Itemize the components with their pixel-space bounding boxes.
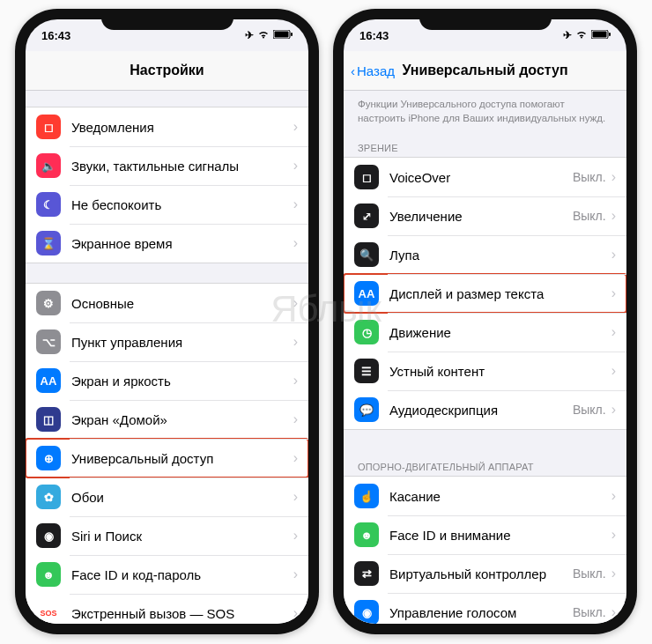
row-detail: Выкл. bbox=[573, 605, 606, 619]
row-label: Управление голосом bbox=[389, 605, 573, 620]
row-voiceover[interactable]: ◻︎VoiceOverВыкл.› bbox=[344, 158, 626, 196]
voiceover-icon: ◻︎ bbox=[354, 165, 379, 189]
chevron-right-icon: › bbox=[293, 295, 298, 311]
row-switch-control[interactable]: ⇄Виртуальный контроллерВыкл.› bbox=[344, 554, 626, 593]
intro-text: Функции Универсального доступа помогают … bbox=[344, 91, 626, 130]
row-detail: Выкл. bbox=[573, 403, 606, 417]
row-label: Уведомления bbox=[71, 120, 293, 135]
chevron-right-icon: › bbox=[293, 566, 298, 582]
phone-left: 16:43 ✈︎ Настройки ◻︎Уведомления›🔈Звуки,… bbox=[15, 9, 319, 634]
row-label: Движение bbox=[389, 325, 611, 340]
row-label: Виртуальный контроллер bbox=[389, 566, 573, 581]
settings-group: ◻︎VoiceOverВыкл.›⤢УвеличениеВыкл.›🔍Лупа›… bbox=[344, 157, 626, 430]
row-label: Не беспокоить bbox=[71, 197, 293, 212]
row-magnifier[interactable]: 🔍Лупа› bbox=[344, 235, 626, 274]
row-spoken[interactable]: ☰Устный контент› bbox=[344, 352, 626, 390]
row-motion[interactable]: ◷Движение› bbox=[344, 313, 626, 352]
row-label: Основные bbox=[71, 296, 293, 311]
row-label: Касание bbox=[389, 489, 611, 504]
screen-right: 16:43 ✈︎ ‹ Назад Универсальный доступ Фу… bbox=[344, 19, 626, 624]
chevron-right-icon: › bbox=[611, 169, 616, 185]
notch bbox=[101, 9, 233, 30]
row-siri[interactable]: ◉Siri и Поиск› bbox=[26, 516, 308, 555]
status-time: 16:43 bbox=[41, 29, 70, 42]
faceid-icon: ☻ bbox=[36, 562, 61, 587]
row-general[interactable]: ⚙Основные› bbox=[26, 284, 308, 322]
general-icon: ⚙ bbox=[36, 291, 61, 315]
row-notifications[interactable]: ◻︎Уведомления› bbox=[26, 107, 308, 146]
screen-left: 16:43 ✈︎ Настройки ◻︎Уведомления›🔈Звуки,… bbox=[26, 19, 308, 624]
section-header: ЗРЕНИЕ bbox=[344, 130, 626, 157]
row-dnd[interactable]: ☾Не беспокоить› bbox=[26, 185, 308, 224]
row-label: Экстренный вызов — SOS bbox=[71, 606, 293, 621]
siri-icon: ◉ bbox=[36, 523, 61, 548]
row-voice-control[interactable]: ◉Управление голосомВыкл.› bbox=[344, 593, 626, 624]
accessibility-icon: ⊕ bbox=[36, 446, 61, 470]
row-accessibility[interactable]: ⊕Универсальный доступ› bbox=[26, 439, 308, 477]
row-label: Устный контент bbox=[389, 364, 611, 379]
airplane-icon: ✈︎ bbox=[563, 29, 572, 41]
settings-group: ☝Касание›☻Face ID и внимание›⇄Виртуальны… bbox=[344, 476, 626, 624]
settings-group: ⚙Основные›⌥Пункт управления›AAЭкран и яр… bbox=[26, 283, 308, 624]
row-label: Обои bbox=[71, 490, 293, 505]
chevron-right-icon: › bbox=[611, 566, 616, 581]
svg-rect-2 bbox=[275, 32, 289, 38]
content-left[interactable]: ◻︎Уведомления›🔈Звуки, тактильные сигналы… bbox=[26, 91, 308, 624]
zoom-icon: ⤢ bbox=[354, 204, 379, 228]
battery-icon bbox=[591, 29, 611, 41]
row-label: Лупа bbox=[389, 248, 611, 263]
row-face-attention[interactable]: ☻Face ID и внимание› bbox=[344, 515, 626, 554]
screentime-icon: ⌛ bbox=[36, 231, 61, 255]
chevron-right-icon: › bbox=[293, 489, 298, 505]
row-faceid[interactable]: ☻Face ID и код-пароль› bbox=[26, 555, 308, 594]
row-label: Экран «Домой» bbox=[71, 412, 293, 427]
chevron-right-icon: › bbox=[611, 208, 616, 224]
chevron-right-icon: › bbox=[611, 363, 616, 379]
chevron-right-icon: › bbox=[611, 604, 616, 620]
battery-icon bbox=[273, 29, 293, 41]
chevron-right-icon: › bbox=[293, 119, 298, 135]
row-label: Дисплей и размер текста bbox=[389, 286, 611, 301]
row-display[interactable]: AAЭкран и яркость› bbox=[26, 361, 308, 400]
airplane-icon: ✈︎ bbox=[245, 29, 254, 41]
row-sos[interactable]: SOSЭкстренный вызов — SOS› bbox=[26, 594, 308, 624]
page-title: Настройки bbox=[26, 63, 308, 78]
row-detail: Выкл. bbox=[573, 170, 606, 184]
page-title: Универсальный доступ bbox=[344, 63, 626, 78]
row-zoom[interactable]: ⤢УвеличениеВыкл.› bbox=[344, 196, 626, 235]
row-label: Пункт управления bbox=[71, 335, 293, 350]
navbar-right: ‹ Назад Универсальный доступ bbox=[344, 51, 626, 91]
row-label: Face ID и внимание bbox=[389, 528, 611, 543]
row-detail: Выкл. bbox=[573, 209, 606, 223]
row-wallpaper[interactable]: ✿Обои› bbox=[26, 477, 308, 516]
content-right[interactable]: Функции Универсального доступа помогают … bbox=[344, 91, 626, 624]
svg-rect-4 bbox=[609, 33, 611, 36]
row-label: Экранное время bbox=[71, 236, 293, 251]
chevron-right-icon: › bbox=[611, 488, 616, 504]
row-display-text[interactable]: AAДисплей и размер текста› bbox=[344, 274, 626, 313]
notch bbox=[419, 9, 552, 30]
row-sounds[interactable]: 🔈Звуки, тактильные сигналы› bbox=[26, 146, 308, 185]
wifi-icon bbox=[257, 29, 270, 41]
row-audiodesc[interactable]: 💬АудиодескрипцияВыкл.› bbox=[344, 390, 626, 429]
row-label: Универсальный доступ bbox=[71, 451, 293, 466]
row-control-center[interactable]: ⌥Пункт управления› bbox=[26, 322, 308, 361]
status-time: 16:43 bbox=[359, 29, 389, 42]
display-icon: AA bbox=[36, 368, 61, 393]
status-icons: ✈︎ bbox=[245, 29, 293, 41]
navbar-left: Настройки bbox=[26, 51, 308, 91]
chevron-right-icon: › bbox=[611, 324, 616, 340]
chevron-right-icon: › bbox=[293, 196, 298, 212]
row-touch[interactable]: ☝Касание› bbox=[344, 477, 626, 515]
chevron-right-icon: › bbox=[293, 411, 298, 427]
chevron-right-icon: › bbox=[293, 605, 298, 621]
row-label: Face ID и код-пароль bbox=[71, 567, 293, 582]
chevron-right-icon: › bbox=[611, 402, 616, 418]
sounds-icon: 🔈 bbox=[36, 153, 61, 178]
voice-control-icon: ◉ bbox=[354, 600, 379, 624]
row-home-screen[interactable]: ◫Экран «Домой»› bbox=[26, 400, 308, 439]
face-attention-icon: ☻ bbox=[354, 522, 379, 547]
row-screentime[interactable]: ⌛Экранное время› bbox=[26, 224, 308, 263]
row-label: Аудиодескрипция bbox=[389, 403, 573, 418]
svg-rect-5 bbox=[593, 32, 607, 38]
